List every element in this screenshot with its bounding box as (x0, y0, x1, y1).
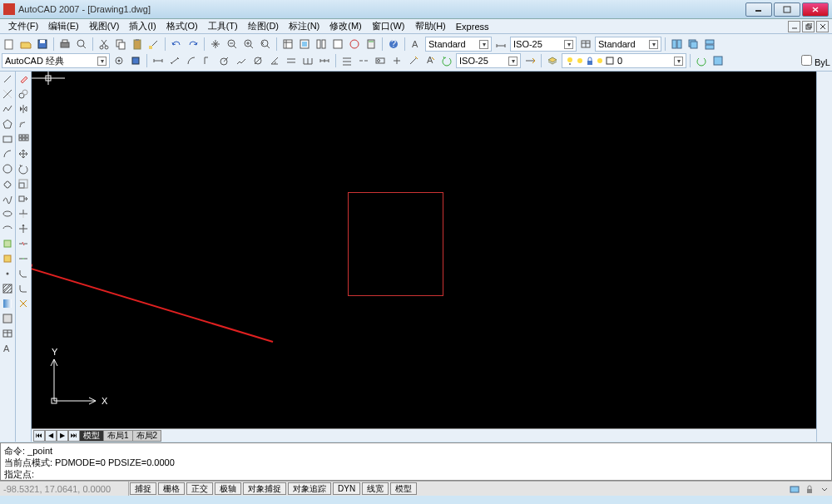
mirror-button[interactable] (16, 101, 31, 116)
hatch-button[interactable] (0, 281, 15, 296)
rotate-button[interactable] (16, 161, 31, 176)
print-button[interactable] (57, 37, 72, 52)
plot-preview-button[interactable] (74, 37, 89, 52)
dim-update-button[interactable] (439, 53, 454, 68)
menu-insert[interactable]: 插入(I) (124, 20, 161, 32)
fillet-button[interactable] (16, 281, 31, 296)
chamfer-button[interactable] (16, 266, 31, 281)
menu-format[interactable]: 格式(O) (161, 20, 203, 32)
rectangle-button[interactable] (0, 131, 15, 146)
circle-button[interactable] (0, 161, 15, 176)
dim-radius-button[interactable] (217, 53, 232, 68)
dim-angular-button[interactable] (267, 53, 282, 68)
menu-window[interactable]: 窗口(W) (367, 20, 410, 32)
mdi-minimize-button[interactable] (788, 21, 800, 32)
mdi-close-button[interactable] (816, 21, 829, 32)
dimstyle-combo[interactable]: ISO-25▾ (510, 37, 577, 52)
dim-edit-button[interactable] (406, 53, 421, 68)
tab-last-button[interactable]: ⏭ (68, 430, 80, 442)
join-button[interactable] (16, 251, 31, 266)
dim-arc-button[interactable] (184, 53, 199, 68)
tab-prev-button[interactable]: ◀ (45, 430, 57, 442)
dim-linear-button[interactable] (151, 53, 166, 68)
cut-button[interactable] (97, 37, 111, 52)
dimstyle-icon[interactable] (493, 37, 508, 52)
copy2-button[interactable] (16, 86, 31, 101)
ellipse-button[interactable] (0, 206, 15, 221)
window-tile-button[interactable] (669, 37, 684, 52)
save-button[interactable] (35, 37, 50, 52)
undo-button[interactable] (169, 37, 184, 52)
tab-model[interactable]: 模型 (79, 430, 104, 442)
explode-button[interactable] (16, 296, 31, 311)
tolerance-button[interactable] (373, 53, 388, 68)
dimstyle-current-combo[interactable]: ISO-25▾ (456, 53, 521, 68)
tab-first-button[interactable]: ⏮ (33, 430, 45, 442)
sheetset-button[interactable] (330, 37, 345, 52)
mtext-button[interactable]: A (0, 341, 15, 356)
minimize-button[interactable] (745, 2, 772, 17)
gradient-button[interactable] (0, 296, 15, 311)
move-button[interactable] (16, 146, 31, 161)
tab-layout1[interactable]: 布局1 (103, 430, 133, 442)
polyline-button[interactable] (0, 101, 15, 116)
ellipse-arc-button[interactable] (0, 221, 15, 236)
dim-aligned-button[interactable] (167, 53, 182, 68)
menu-dim[interactable]: 标注(N) (284, 20, 324, 32)
workspace-save-button[interactable] (128, 53, 143, 68)
array-button[interactable] (16, 131, 31, 146)
close-button[interactable] (802, 2, 829, 17)
menu-help[interactable]: 帮助(H) (410, 20, 451, 32)
open-button[interactable] (18, 37, 33, 52)
textstyle-icon[interactable]: A (409, 37, 423, 52)
point-button[interactable] (0, 266, 15, 281)
insert-block-button[interactable] (0, 236, 15, 251)
mdi-restore-button[interactable] (802, 21, 815, 32)
line-button[interactable] (0, 72, 15, 86)
dim-break-button[interactable] (356, 53, 371, 68)
tab-next-button[interactable]: ▶ (57, 430, 68, 442)
status-lock-button[interactable] (802, 482, 817, 497)
toggle-grid[interactable]: 栅格 (158, 482, 185, 495)
textstyle-combo[interactable]: Standard▾ (425, 37, 492, 52)
stretch-button[interactable] (16, 191, 31, 206)
layer-manager-button[interactable] (545, 53, 560, 68)
design-center-button[interactable] (297, 37, 312, 52)
tablestyle-icon[interactable] (578, 37, 593, 52)
copy-button[interactable] (113, 37, 128, 52)
layer-state-button[interactable] (711, 53, 726, 68)
break-button[interactable] (16, 236, 31, 251)
toggle-model[interactable]: 模型 (390, 482, 417, 495)
trim-button[interactable] (16, 206, 31, 221)
bylayer-checkbox[interactable] (801, 55, 812, 66)
command-window[interactable]: 命令: _point 当前点模式: PDMODE=0 PDSIZE=0.0000… (0, 442, 832, 481)
dim-jogged-button[interactable] (234, 53, 249, 68)
properties-button[interactable] (280, 37, 295, 52)
workspace-settings-button[interactable] (111, 53, 126, 68)
menu-view[interactable]: 视图(V) (84, 20, 125, 32)
toggle-snap[interactable]: 捕捉 (130, 482, 156, 495)
menu-modify[interactable]: 修改(M) (324, 20, 367, 32)
region-button[interactable] (0, 311, 15, 326)
erase-button[interactable] (16, 72, 31, 86)
dimstyle-manager-button[interactable] (522, 53, 537, 68)
status-comm-button[interactable] (787, 482, 802, 497)
scale-button[interactable] (16, 176, 31, 191)
arc-button[interactable] (0, 146, 15, 161)
tablestyle-combo[interactable]: Standard▾ (595, 37, 661, 52)
status-tray-button[interactable] (817, 482, 832, 497)
pan-button[interactable] (208, 37, 223, 52)
polygon-button[interactable] (0, 116, 15, 131)
spline-button[interactable] (0, 191, 15, 206)
offset-button[interactable] (16, 116, 31, 131)
right-scrollbar[interactable] (816, 72, 832, 442)
drawing-canvas[interactable]: X Y (32, 72, 816, 428)
menu-draw[interactable]: 绘图(D) (243, 20, 284, 32)
tab-layout2[interactable]: 布局2 (132, 430, 162, 442)
zoom-window-button[interactable] (241, 37, 256, 52)
dim-text-edit-button[interactable]: A (423, 53, 438, 68)
toggle-polar[interactable]: 极轴 (215, 482, 241, 495)
revcloud-button[interactable] (0, 176, 15, 191)
toggle-lwt[interactable]: 线宽 (362, 482, 389, 495)
window-horiz-button[interactable] (702, 37, 717, 52)
